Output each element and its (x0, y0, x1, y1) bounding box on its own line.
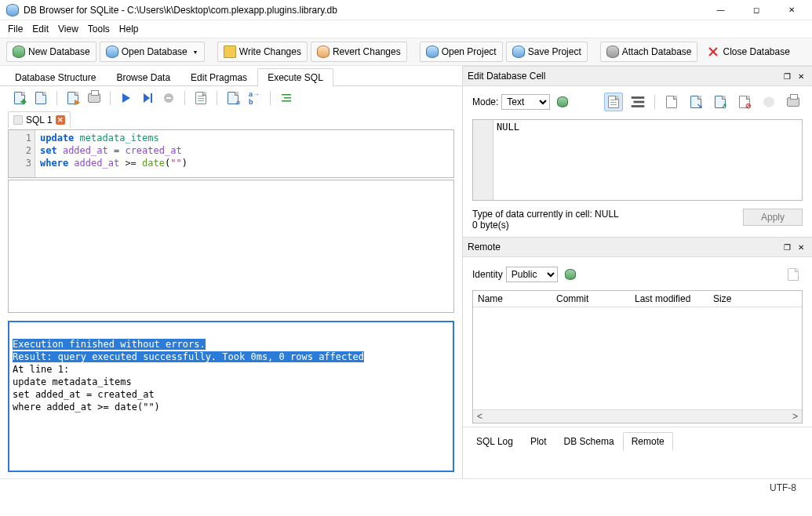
cell-type-info: Type of data currently in cell: NULL (472, 209, 737, 220)
minimize-button[interactable]: — (703, 0, 738, 20)
svg-marker-0 (122, 93, 130, 103)
view-list-icon[interactable] (628, 93, 647, 111)
menu-help[interactable]: Help (119, 24, 139, 35)
cell-gutter (473, 120, 493, 200)
identity-select[interactable]: Public (506, 267, 558, 282)
save-result-icon[interactable] (194, 91, 208, 105)
close-database-button[interactable]: Close Database (701, 42, 796, 62)
new-query-icon[interactable]: ✚ (13, 91, 27, 105)
sql-toolbar: ✚ ▶ ⌕ a→b (0, 86, 462, 110)
svg-rect-10 (632, 105, 645, 107)
save-project-button[interactable]: Save Project (506, 42, 588, 62)
stop-icon[interactable] (162, 91, 176, 105)
identity-label: Identity (472, 269, 503, 280)
editor-gutter: 123 (9, 130, 35, 177)
col-size[interactable]: Size (708, 291, 802, 307)
maximize-button[interactable]: ◻ (738, 0, 774, 20)
menu-view[interactable]: View (58, 24, 78, 35)
save-query-icon[interactable]: ▶ (66, 91, 80, 105)
col-name[interactable]: Name (473, 291, 552, 307)
tab-db-schema[interactable]: DB Schema (555, 432, 623, 451)
svg-rect-5 (282, 94, 291, 96)
close-tab-icon[interactable]: ✕ (56, 115, 65, 125)
main-tabs: Database Structure Browse Data Edit Prag… (0, 66, 462, 86)
apply-button[interactable]: Apply (743, 209, 803, 226)
tab-remote[interactable]: Remote (623, 432, 673, 451)
menu-edit[interactable]: Edit (32, 24, 49, 35)
find-icon[interactable]: ⌕ (226, 91, 240, 105)
clear-cell-icon[interactable] (759, 93, 778, 111)
menu-tools[interactable]: Tools (88, 24, 110, 35)
run-icon[interactable] (119, 91, 133, 105)
tab-edit-pragmas[interactable]: Edit Pragmas (180, 68, 257, 86)
col-commit[interactable]: Commit (552, 291, 630, 307)
print-icon[interactable] (87, 91, 101, 105)
indent-icon[interactable] (279, 91, 293, 105)
identity-refresh-icon[interactable] (561, 265, 580, 284)
open-query-icon[interactable] (34, 91, 48, 105)
new-database-button[interactable]: New Database (6, 42, 96, 62)
open-database-button[interactable]: Open Database▾ (100, 42, 205, 62)
close-pane-icon[interactable]: ✕ (795, 241, 807, 253)
edit-cell-header: Edit Database Cell ❐ ✕ (463, 66, 812, 86)
restore-pane-icon[interactable]: ❐ (781, 70, 793, 82)
save-cell-icon[interactable]: ↗ (711, 93, 730, 111)
pane-title: Remote (468, 242, 779, 253)
tab-sql-log[interactable]: SQL Log (468, 432, 522, 451)
col-last-modified[interactable]: Last modified (630, 291, 708, 307)
output-line: update metadata_items (13, 376, 132, 387)
main-toolbar: New Database Open Database▾ Write Change… (0, 38, 812, 66)
revert-changes-button[interactable]: Revert Changes (311, 42, 407, 62)
tab-execute-sql[interactable]: Execute SQL (257, 68, 333, 86)
encoding-indicator[interactable]: UTF-8 (770, 482, 796, 493)
export-icon[interactable]: ↘ (686, 93, 705, 111)
attach-database-button[interactable]: Attach Database (600, 42, 698, 62)
chevron-down-icon[interactable]: ▾ (191, 49, 198, 56)
window-title: DB Browser for SQLite - C:\Users\k\Deskt… (24, 5, 703, 16)
remote-header: Remote ❐ ✕ (463, 237, 812, 257)
title-bar: DB Browser for SQLite - C:\Users\k\Deskt… (0, 0, 812, 20)
result-grid[interactable] (8, 180, 454, 313)
import-icon[interactable] (662, 93, 681, 111)
find-replace-icon[interactable]: a→b (247, 91, 261, 105)
run-line-icon[interactable] (140, 91, 155, 105)
svg-rect-9 (634, 101, 645, 104)
sql-file-tabs: SQL 1 ✕ (0, 110, 462, 129)
app-icon (6, 4, 19, 16)
output-pane[interactable]: Execution finished without errors. Resul… (8, 321, 454, 472)
open-project-button[interactable]: Open Project (420, 42, 503, 62)
mode-select[interactable]: Text (501, 94, 550, 110)
tab-database-structure[interactable]: Database Structure (5, 68, 106, 86)
close-pane-icon[interactable]: ✕ (795, 70, 807, 82)
editor-code[interactable]: update metadata_items set added_at = cre… (35, 130, 453, 177)
cell-content[interactable]: NULL (493, 120, 523, 200)
output-line: Result: query executed successfully. Too… (13, 351, 364, 362)
status-bar: UTF-8 (0, 478, 812, 496)
view-text-icon[interactable] (604, 93, 623, 111)
output-line: At line 1: (13, 364, 69, 375)
menu-file[interactable]: File (8, 24, 23, 35)
mode-label: Mode: (472, 96, 498, 107)
mode-refresh-icon[interactable] (553, 93, 572, 111)
svg-rect-8 (632, 96, 645, 99)
sql-editor[interactable]: 123 update metadata_items set added_at =… (8, 129, 454, 178)
restore-pane-icon[interactable]: ❐ (781, 241, 793, 253)
svg-rect-2 (151, 93, 152, 103)
sql-file-tab[interactable]: SQL 1 ✕ (8, 111, 71, 128)
horizontal-scrollbar[interactable]: <> (473, 409, 802, 423)
svg-rect-6 (284, 97, 291, 99)
output-line: where added_at >= date("") (13, 402, 160, 412)
splitter[interactable] (0, 313, 462, 316)
null-cell-icon[interactable]: ⊘ (735, 93, 754, 111)
print-cell-icon[interactable] (784, 93, 803, 111)
push-icon[interactable]: ↑ (784, 265, 803, 284)
close-window-button[interactable]: ✕ (774, 0, 809, 20)
write-changes-button[interactable]: Write Changes (217, 42, 308, 62)
svg-point-11 (763, 96, 774, 107)
tab-plot[interactable]: Plot (522, 432, 555, 451)
remote-list[interactable]: Name Commit Last modified Size <> (472, 290, 803, 423)
pane-title: Edit Database Cell (468, 71, 779, 82)
tab-browse-data[interactable]: Browse Data (106, 68, 180, 86)
output-line: Execution finished without errors. (13, 339, 206, 350)
cell-editor[interactable]: NULL (472, 119, 803, 201)
